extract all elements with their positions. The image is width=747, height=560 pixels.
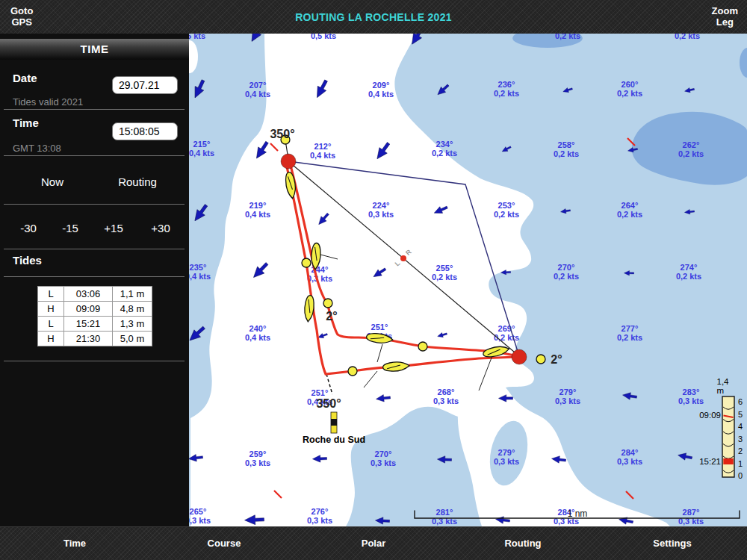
dashed-bearing-line (326, 374, 332, 394)
zoom-leg-line1: Zoom (712, 5, 738, 16)
route-layer (189, 34, 747, 526)
boat-icon (382, 361, 409, 373)
top-bar: Goto GPS ROUTING LA ROCHELLE 2021 Zoom L… (0, 0, 747, 34)
gauge-tick-label: 5 (738, 410, 743, 419)
tide-row: L03:061,1 m (38, 287, 152, 302)
page-title: ROUTING LA ROCHELLE 2021 (0, 11, 747, 23)
divider (4, 249, 185, 249)
divider (4, 155, 185, 156)
gauge-tick-label: 0 (738, 471, 743, 480)
now-button[interactable]: Now (41, 175, 63, 188)
time-label: Time (13, 116, 39, 129)
boat-icon (285, 172, 297, 199)
route-start-point (281, 154, 296, 169)
gauge-tick-label: 1 (738, 459, 743, 468)
tide-gauge (722, 396, 734, 477)
scale-label: 1 nm (568, 508, 588, 519)
waypoint-dot (536, 355, 545, 364)
red-tick (627, 138, 635, 146)
gauge-tick-label: 3 (738, 435, 743, 444)
date-input[interactable] (112, 76, 178, 94)
offset-button--15[interactable]: -15 (62, 222, 78, 234)
panel-title: TIME (0, 39, 189, 60)
tide-height-label: 1,4 m (717, 377, 737, 395)
boat-icon (366, 332, 394, 344)
date-note: Tides valid 2021 (13, 96, 83, 108)
app-window: Goto GPS ROUTING LA ROCHELLE 2021 Zoom L… (0, 0, 747, 560)
course-label: 2° (551, 353, 562, 367)
time-panel: TIME Date Tides valid 2021 Time GMT 13:0… (0, 34, 190, 526)
tab-settings[interactable]: Settings (598, 527, 747, 560)
divider (4, 109, 185, 110)
chart-map[interactable]: 0,5 kts0,5 kts0,2 kts0,2 kts207°0,4 kts2… (189, 34, 747, 526)
date-label: Date (13, 72, 37, 84)
divider (4, 204, 185, 205)
tab-time[interactable]: Time (0, 527, 149, 560)
gauge-tick-label: 6 (738, 397, 743, 406)
divider (4, 361, 185, 361)
time-input[interactable] (112, 122, 178, 140)
red-tick (270, 143, 278, 151)
waypoint-dot (323, 299, 332, 308)
gauge-tick-label: 4 (738, 422, 743, 431)
waypoint-dot (348, 367, 357, 376)
routing-button[interactable]: Routing (118, 175, 157, 188)
zoom-leg-button[interactable]: Zoom Leg (712, 5, 738, 28)
tab-polar[interactable]: Polar (299, 527, 448, 560)
waypoint-dot (302, 258, 311, 267)
low-tide-time-label: 15:21 (699, 457, 721, 466)
tide-row: H09:094,8 m (38, 302, 152, 317)
waypoint-dot (418, 342, 427, 351)
tides-label: Tides (13, 254, 42, 267)
mid-course-marker (400, 255, 406, 261)
bottom-tab-bar: TimeCoursePolarRoutingSettings (0, 526, 747, 560)
time-note: GMT 13:08 (13, 143, 61, 154)
red-tick (626, 491, 633, 499)
high-tide-time-label: 09:09 (699, 411, 721, 420)
tab-routing[interactable]: Routing (448, 527, 598, 560)
gauge-tick-label: 2 (738, 447, 743, 455)
red-tick (274, 491, 282, 498)
offset-button--30[interactable]: -30 (20, 222, 37, 234)
place-label: Roche du Sud (303, 435, 365, 445)
offset-button-+15[interactable]: +15 (104, 222, 123, 234)
zoom-leg-line2: Leg (712, 16, 738, 28)
tide-row: L15:211,3 m (38, 317, 152, 332)
course-label: 2° (326, 310, 337, 323)
tide-level-marker (723, 458, 733, 464)
beacon-symbol (331, 412, 337, 433)
boat-icon (303, 295, 314, 322)
route-end-point (512, 349, 527, 364)
tide-row: H21:305,0 m (38, 332, 152, 346)
offset-button-+30[interactable]: +30 (151, 222, 170, 234)
course-label: 350° (316, 397, 341, 411)
tab-course[interactable]: Course (149, 527, 299, 560)
course-label: 350° (270, 128, 294, 141)
divider (4, 276, 185, 277)
boom-lines (320, 255, 493, 391)
boat-icon (311, 243, 321, 270)
tides-table: L03:061,1 mH09:094,8 mL15:211,3 mH21:305… (37, 286, 152, 346)
